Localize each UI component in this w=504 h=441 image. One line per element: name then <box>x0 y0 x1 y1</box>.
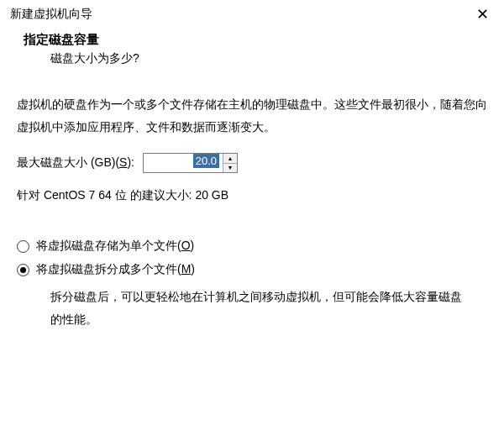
radio-multi-file[interactable]: 将虚拟磁盘拆分成多个文件(M) <box>17 262 487 277</box>
disk-size-input[interactable]: 20.0 <box>144 154 223 172</box>
disk-description: 虚拟机的硬盘作为一个或多个文件存储在主机的物理磁盘中。这些文件最初很小，随着您向… <box>17 93 487 138</box>
window-title: 新建虚拟机向导 <box>10 7 92 22</box>
close-icon[interactable]: ✕ <box>471 5 494 24</box>
radio-checked-icon <box>17 264 29 276</box>
spinner-up-icon[interactable]: ▲ <box>223 154 237 163</box>
page-subtitle: 磁盘大小为多少? <box>24 51 504 66</box>
radio-single-file[interactable]: 将虚拟磁盘存储为单个文件(O) <box>17 239 487 254</box>
radio-unchecked-icon <box>17 240 29 253</box>
radio-multi-file-description: 拆分磁盘后，可以更轻松地在计算机之间移动虚拟机，但可能会降低大容量磁盘的性能。 <box>17 286 487 330</box>
disk-size-label: 最大磁盘大小 (GB)(S): <box>17 155 134 171</box>
disk-size-row: 最大磁盘大小 (GB)(S): 20.0 ▲ ▼ <box>17 153 487 173</box>
radio-single-file-label: 将虚拟磁盘存储为单个文件(O) <box>36 239 194 254</box>
disk-size-value: 20.0 <box>193 154 219 168</box>
titlebar: 新建虚拟机向导 ✕ <box>0 0 504 27</box>
spinner-down-icon[interactable]: ▼ <box>223 163 237 173</box>
disk-size-spinner[interactable]: 20.0 ▲ ▼ <box>143 153 238 173</box>
page-title: 指定磁盘容量 <box>24 32 504 48</box>
wizard-header: 指定磁盘容量 磁盘大小为多少? <box>0 27 504 70</box>
recommended-size: 针对 CentOS 7 64 位 的建议大小: 20 GB <box>17 188 487 203</box>
radio-multi-file-label: 将虚拟磁盘拆分成多个文件(M) <box>36 262 195 277</box>
